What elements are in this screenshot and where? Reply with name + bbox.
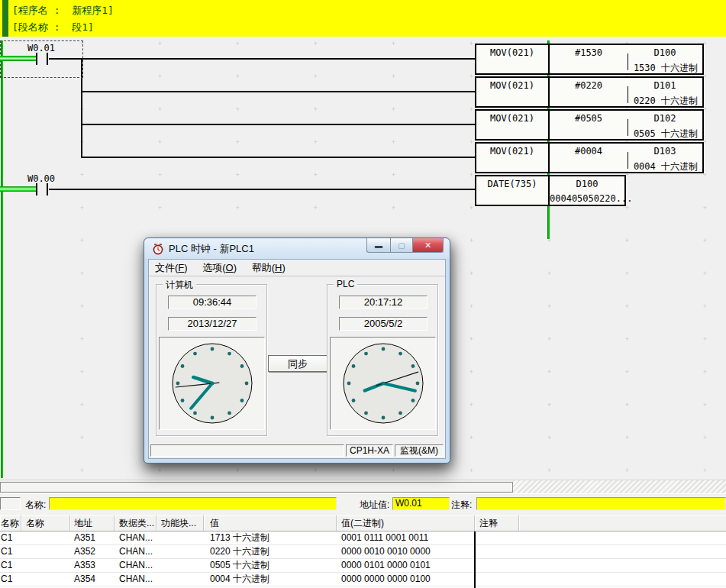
grid-mark: +: [79, 435, 85, 441]
branch-wire-4: [82, 157, 475, 158]
operand-source: #0220: [550, 80, 628, 91]
computer-time: 09:36:44: [168, 296, 257, 309]
plc-date: 2005/5/2: [339, 317, 428, 331]
grid-mark: +: [313, 107, 318, 112]
column-header[interactable]: 值(二进制): [337, 515, 475, 531]
minimize-button[interactable]: ▬: [366, 238, 390, 253]
instruction-block-mov021[interactable]: MOV(021)#0505D1020505 十六进制: [475, 109, 704, 141]
grid-mark: +: [469, 271, 474, 276]
menu-options[interactable]: 选项(O): [202, 260, 237, 276]
table-cell: A351: [70, 531, 115, 544]
dialog-client: 计算机 09:36:44 2013/12/27 同步 PLC 20:17:12 …: [149, 276, 445, 443]
dialog-statusbar: CP1H-XA 监视(&M): [149, 443, 445, 458]
table-row[interactable]: C1A351CHAN...1713 十六进制0001 0111 0001 001…: [0, 531, 726, 545]
grid-mark: +: [313, 41, 318, 47]
section-name-line: [段名称 : 段1]: [12, 21, 94, 34]
table-row[interactable]: C1A352CHAN...0220 十六进制0000 0010 0010 000…: [0, 545, 726, 559]
plc-analog-clock: [330, 337, 436, 430]
table-cell: A354: [70, 573, 115, 586]
column-header[interactable]: 注释: [475, 515, 519, 531]
column-header[interactable]: 数据类...: [115, 515, 156, 531]
table-row[interactable]: C1A353CHAN...0505 十六进制0000 0101 0000 010…: [0, 559, 726, 573]
table-cell: 0000 0000 0000 0100: [337, 573, 475, 586]
grid-mark: +: [469, 468, 474, 473]
monitor-value: 000405050220...: [550, 193, 624, 204]
grid-mark: +: [547, 370, 552, 375]
watch-table-body: C1A351CHAN...1713 十六进制0001 0111 0001 001…: [0, 531, 726, 588]
menu-help[interactable]: 帮助(H): [252, 260, 286, 276]
grid-mark: +: [79, 468, 85, 473]
grid-mark: +: [79, 173, 85, 178]
instruction-block-mov021[interactable]: MOV(021)#1530D1001530 十六进制: [475, 44, 704, 75]
instruction-block-mov021[interactable]: MOV(021)#0004D1030004 十六进制: [475, 142, 704, 173]
grid-mark: +: [313, 74, 318, 79]
table-cell: [156, 545, 204, 558]
column-divider-line: [474, 531, 476, 588]
address-field[interactable]: W0.01: [392, 497, 450, 510]
table-cell: C1: [0, 559, 21, 572]
table-cell: C1: [0, 531, 21, 544]
grid-mark: +: [79, 402, 85, 408]
watch-panel: 名称: 地址值: W0.01 注释: 名称名称地址数据类...功能块...值值(…: [0, 480, 726, 588]
close-button[interactable]: ✕: [412, 238, 444, 253]
grid-mark: +: [702, 370, 708, 375]
grid-mark: +: [702, 337, 708, 342]
table-cell: [519, 559, 726, 572]
operand-source: #1530: [550, 47, 628, 58]
grid-mark: +: [469, 140, 474, 145]
instruction-block-mov021[interactable]: MOV(021)#0220D1010220 十六进制: [475, 76, 704, 108]
grid-mark: +: [624, 337, 630, 342]
table-row[interactable]: C1A354CHAN...0004 十六进制0000 0000 0000 010…: [0, 573, 726, 586]
contact-bar-right: [47, 183, 48, 195]
grid-mark: +: [313, 468, 318, 473]
comment-field[interactable]: [476, 497, 726, 510]
grid-mark: +: [391, 74, 396, 79]
grid-mark: +: [79, 370, 85, 375]
grid-mark: +: [79, 271, 85, 276]
column-header[interactable]: 名称: [21, 515, 70, 531]
dialog-body: 文件(F) 选项(O) 帮助(H) 计算机 09:36:44 2013/12/2…: [148, 259, 446, 459]
energized-segment: [0, 56, 36, 61]
monitor-tick: [628, 86, 628, 103]
column-header[interactable]: 名称: [0, 515, 21, 531]
address-field-label: 地址值:: [360, 499, 389, 512]
table-cell: [21, 559, 70, 572]
grid-mark: +: [235, 173, 240, 178]
cx-programmer-screen: [程序名 : 新程序1] [段名称 : 段1] ++++++++++++++++…: [0, 0, 726, 588]
horizontal-scrollbar[interactable]: [0, 482, 513, 493]
grid-mark: +: [702, 271, 708, 276]
sync-button[interactable]: 同步: [268, 355, 328, 372]
table-cell: C1: [0, 545, 21, 558]
grid-mark: +: [157, 107, 163, 112]
name-field[interactable]: [49, 497, 337, 510]
grid-mark: +: [469, 173, 474, 178]
grid-mark: +: [624, 304, 630, 309]
instruction-mnemonic: MOV(021): [476, 113, 548, 124]
grid-mark: +: [702, 205, 708, 211]
table-cell: [519, 531, 726, 544]
branch-wire-2: [82, 91, 475, 92]
program-header: [程序名 : 新程序1] [段名称 : 段1]: [0, 0, 726, 37]
grid-mark: +: [624, 468, 630, 473]
instruction-block-date735[interactable]: DATE(735)D100000405050220...: [475, 175, 626, 206]
grid-mark: +: [547, 271, 552, 276]
column-header[interactable]: 功能块...: [156, 515, 204, 531]
contact-bar-left: [36, 53, 37, 65]
column-header[interactable]: 地址: [70, 515, 115, 531]
table-cell: [519, 545, 726, 558]
maximize-button[interactable]: ▢: [390, 238, 412, 253]
table-cell: CHAN...: [115, 573, 156, 586]
column-header[interactable]: [519, 515, 726, 531]
rung1-wire: [49, 58, 475, 60]
dialog-menubar: 文件(F) 选项(O) 帮助(H): [149, 260, 445, 276]
table-cell: 0000 0010 0010 0000: [337, 545, 475, 558]
column-header[interactable]: 值: [204, 515, 337, 531]
grid-mark: +: [469, 435, 474, 441]
status-plc-type: CP1H-XA: [346, 444, 393, 457]
grid-mark: +: [157, 140, 163, 145]
menu-file[interactable]: 文件(F): [155, 260, 188, 276]
grid-mark: +: [469, 238, 474, 244]
grid-mark: +: [702, 304, 708, 309]
operand-source: D100: [550, 179, 624, 189]
operand-dest: D101: [628, 80, 702, 91]
